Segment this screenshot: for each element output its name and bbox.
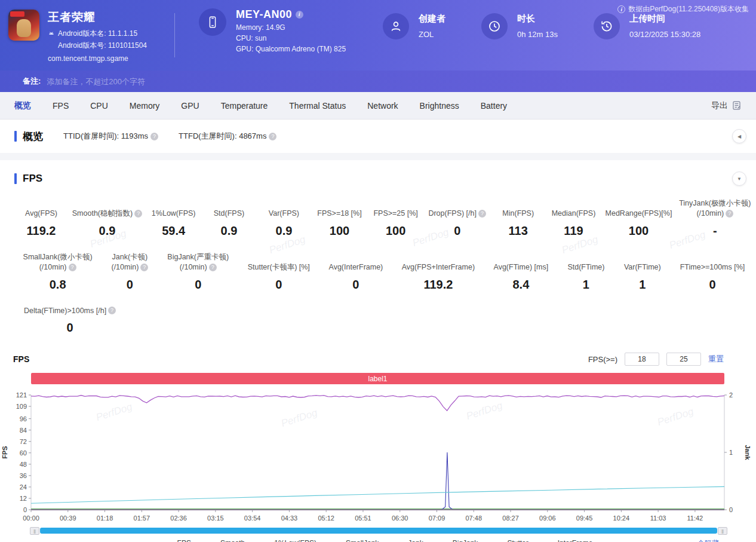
- scrollbar-left-handle[interactable]: ||: [30, 527, 39, 535]
- export-button[interactable]: 导出: [711, 100, 742, 111]
- history-clock-icon: [600, 19, 614, 33]
- upload-time-label: 上传时间: [629, 13, 700, 25]
- tab-GPU[interactable]: GPU: [181, 101, 199, 111]
- series-FPS: [31, 396, 724, 411]
- metric-Drop(FPS) [/h]: Drop(FPS) [/h]?0: [434, 209, 481, 238]
- help-icon[interactable]: ?: [726, 210, 733, 218]
- legend-item-Stutter[interactable]: Stutter: [493, 539, 528, 542]
- svg-text:03:15: 03:15: [207, 515, 224, 522]
- tab-FPS[interactable]: FPS: [53, 101, 69, 111]
- svg-text:05:51: 05:51: [355, 515, 371, 522]
- help-icon[interactable]: ?: [150, 133, 158, 140]
- fps-threshold-input-1[interactable]: [625, 353, 659, 366]
- scrollbar-track[interactable]: [40, 528, 717, 534]
- chart-title: FPS: [13, 354, 29, 364]
- svg-text:48: 48: [20, 461, 27, 468]
- svg-text:09:06: 09:06: [539, 515, 556, 522]
- help-icon[interactable]: ?: [134, 210, 142, 218]
- svg-text:2: 2: [729, 391, 733, 399]
- tab-Network[interactable]: Network: [367, 101, 398, 111]
- tab-Battery[interactable]: Battery: [481, 101, 507, 111]
- svg-text:36: 36: [20, 472, 27, 479]
- svg-text:12: 12: [20, 495, 27, 502]
- legend-item-BigJank[interactable]: BigJank: [439, 539, 478, 542]
- tab-概览[interactable]: 概览: [14, 100, 31, 111]
- help-icon[interactable]: ?: [108, 307, 116, 314]
- tab-CPU[interactable]: CPU: [90, 101, 108, 111]
- tab-Thermal Status[interactable]: Thermal Status: [289, 101, 346, 111]
- hide-all-link[interactable]: 全隐藏: [697, 538, 719, 542]
- scrollbar-right-handle[interactable]: ||: [718, 527, 727, 535]
- metric-FPS>=18 [%]: FPS>=18 [%]100: [321, 209, 357, 238]
- game-icon-art: [17, 19, 31, 37]
- help-icon[interactable]: ?: [140, 264, 148, 271]
- device-info-block: MEY-AN00 i Memory: 14.9G CPU: sun GPU: Q…: [199, 0, 378, 71]
- svg-text:24: 24: [20, 483, 27, 491]
- metric-value: 0.9: [99, 224, 116, 238]
- metric-value: 0: [275, 278, 282, 292]
- tab-Memory[interactable]: Memory: [130, 101, 160, 111]
- svg-text:06:30: 06:30: [392, 515, 408, 522]
- report-header: 王者荣耀 Android版本名: 11.1.1.15 Android版本号: 1…: [0, 0, 756, 71]
- svg-text:109: 109: [16, 403, 27, 410]
- fps-collapse-button[interactable]: ▼: [732, 172, 746, 186]
- overview-stat: TTID(首屏时间): 1193ms?: [63, 131, 158, 142]
- legend-item-1%Low(FPS)[interactable]: 1%Low(FPS): [260, 539, 316, 542]
- overview-collapse-button[interactable]: ◀: [732, 129, 746, 143]
- legend-item-Jank[interactable]: Jank: [394, 539, 423, 542]
- note-input[interactable]: [47, 77, 297, 86]
- metric-value: 1: [583, 278, 589, 292]
- game-version-code: Android版本号: 1101011504: [58, 41, 147, 51]
- reset-link[interactable]: 重置: [708, 354, 724, 365]
- metric-Std(FTime): Std(FTime)1: [568, 262, 604, 292]
- legend-item-InterFrame[interactable]: InterFrame: [544, 539, 593, 542]
- metric-SmallJank(微小卡顿): SmallJank(微小卡顿)(/10min)?0.8: [24, 252, 91, 292]
- metric-Avg(InterFrame): Avg(InterFrame)0: [330, 262, 383, 292]
- creator-value: ZOL: [419, 30, 445, 39]
- metric-value: 8.4: [512, 278, 529, 292]
- metric-value: 0.8: [50, 278, 66, 292]
- help-icon[interactable]: ?: [269, 133, 276, 140]
- fps-section: FPS ▼ Avg(FPS)119.2Smooth(稳帧指数)?0.91%Low…: [0, 160, 756, 542]
- legend-item-FPS[interactable]: FPS: [164, 539, 191, 542]
- fps-chart-canvas[interactable]: 1211099684726048362412021000:0000:3901:1…: [0, 384, 756, 523]
- fps-chart: 1211099684726048362412021000:0000:3901:1…: [0, 384, 756, 525]
- legend-item-Smooth[interactable]: Smooth: [207, 539, 245, 542]
- svg-text:01:57: 01:57: [134, 515, 150, 522]
- metric-Avg(FTime) [ms]: Avg(FTime) [ms]8.4: [494, 262, 548, 292]
- chart-region-banner[interactable]: label1: [31, 373, 724, 384]
- info-icon: i: [617, 5, 625, 13]
- metric-Var(FTime): Var(FTime)1: [625, 262, 660, 292]
- svg-text:0: 0: [23, 506, 27, 513]
- fps-threshold-input-2[interactable]: [666, 353, 701, 366]
- legend-item-SmallJank[interactable]: SmallJank: [332, 539, 379, 542]
- svg-text:08:27: 08:27: [502, 515, 519, 522]
- svg-text:0: 0: [729, 506, 733, 513]
- creator-label: 创建者: [419, 13, 445, 25]
- metric-value: 0: [195, 278, 201, 292]
- game-icon-badge: [10, 11, 24, 17]
- metric-Median(FPS): Median(FPS)119: [556, 209, 592, 238]
- overview-title: 概览: [23, 130, 43, 143]
- help-icon[interactable]: ?: [69, 264, 76, 271]
- svg-text:07:48: 07:48: [466, 515, 483, 522]
- svg-text:Jank: Jank: [744, 445, 751, 461]
- help-icon[interactable]: ?: [209, 264, 217, 271]
- android-icon: [48, 30, 55, 38]
- help-icon[interactable]: ?: [478, 210, 486, 218]
- svg-text:04:33: 04:33: [281, 515, 298, 522]
- metric-Std(FPS): Std(FPS)0.9: [211, 209, 246, 238]
- svg-text:FPS: FPS: [1, 446, 8, 459]
- tab-list: 概览FPSCPUMemoryGPUTemperatureThermal Stat…: [14, 100, 528, 111]
- device-cpu: CPU: sun: [236, 34, 346, 42]
- overview-stat: TTFD(主屏时间): 4867ms?: [179, 131, 276, 142]
- device-memory: Memory: 14.9G: [236, 23, 346, 32]
- metric-value: 1: [639, 278, 646, 292]
- svg-text:72: 72: [20, 438, 27, 445]
- tab-Brightness[interactable]: Brightness: [420, 101, 459, 111]
- tab-Temperature[interactable]: Temperature: [221, 101, 268, 111]
- device-info-icon[interactable]: i: [296, 11, 303, 19]
- device-model: MEY-AN00: [236, 8, 292, 21]
- chart-legend: FPSSmooth1%Low(FPS)SmallJankJankBigJankS…: [0, 539, 756, 542]
- export-icon: [732, 100, 742, 111]
